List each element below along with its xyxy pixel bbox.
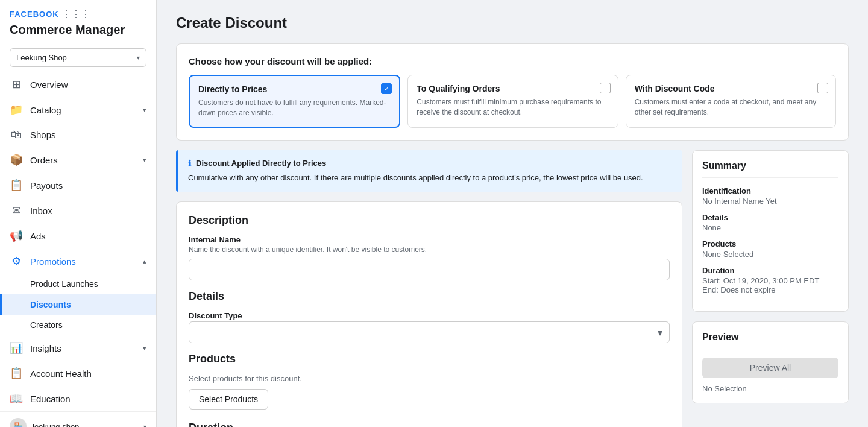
description-form-card: Description Internal Name Name the disco… xyxy=(176,201,682,427)
sidebar-item-inbox[interactable]: ✉ Inbox xyxy=(0,198,156,223)
chevron-down-icon: ▾ xyxy=(143,344,146,352)
overview-icon: ⊞ xyxy=(10,78,23,91)
content-with-summary: ℹ Discount Applied Directly to Prices Cu… xyxy=(176,150,849,427)
chevron-down-icon: ▾ xyxy=(143,423,146,428)
shop-selector[interactable]: Leekung Shop ▾ xyxy=(10,48,146,67)
sidebar-item-catalog[interactable]: 📁 Catalog ▾ xyxy=(0,97,156,122)
summary-products-label: Products xyxy=(702,239,838,248)
chevron-down-icon: ▾ xyxy=(143,156,146,164)
sidebar-item-label: Insights xyxy=(30,343,61,353)
discount-option-discount-code[interactable]: With Discount Code Customers must enter … xyxy=(626,75,836,128)
catalog-icon: 📁 xyxy=(10,103,23,116)
sidebar: FACEBOOK ⋮⋮⋮ Commerce Manager Leekung Sh… xyxy=(0,0,157,427)
sidebar-item-label: Catalog xyxy=(30,105,61,115)
sidebar-item-ads[interactable]: 📢 Ads xyxy=(0,223,156,248)
sidebar-item-label: Shops xyxy=(30,130,56,140)
sidebar-item-orders[interactable]: 📦 Orders ▾ xyxy=(0,147,156,172)
sub-item-label: Creators xyxy=(30,320,63,330)
sidebar-item-label: Orders xyxy=(30,155,58,165)
products-sublabel: Select products for this discount. xyxy=(189,374,670,383)
sub-item-label: Discounts xyxy=(30,300,71,309)
sidebar-item-label: Account Health xyxy=(30,368,92,379)
discount-type-card: Choose how your discount will be applied… xyxy=(176,43,849,141)
grid-icon: ⋮⋮⋮ xyxy=(61,8,90,20)
ads-icon: 📢 xyxy=(10,229,23,242)
summary-details: Details None xyxy=(702,213,838,232)
info-box-title: ℹ Discount Applied Directly to Prices xyxy=(188,159,673,168)
education-icon: 📖 xyxy=(10,392,23,405)
internal-name-label: Internal Name xyxy=(189,235,670,244)
option-title: Directly to Prices xyxy=(198,84,391,94)
summary-card: Summary Identification No Internal Name … xyxy=(692,150,849,312)
discount-type-select-wrapper xyxy=(189,321,670,343)
orders-icon: 📦 xyxy=(10,153,23,166)
sidebar-item-label: Overview xyxy=(30,80,68,90)
discount-type-field-label: Discount Type xyxy=(189,311,670,320)
sidebar-item-shops[interactable]: 🛍 Shops xyxy=(0,122,156,147)
page-title: Create Discount xyxy=(176,14,849,31)
check-icon: ✓ xyxy=(381,83,392,94)
sidebar-item-insights[interactable]: 📊 Insights ▾ xyxy=(0,335,156,361)
insights-icon: 📊 xyxy=(10,341,23,355)
option-title: To Qualifying Orders xyxy=(417,84,609,93)
app-title: Commerce Manager xyxy=(10,22,146,37)
fb-logo-text: FACEBOOK xyxy=(10,10,59,19)
preview-no-selection: No Selection xyxy=(702,384,838,393)
discount-options: ✓ Directly to Prices Customers do not ha… xyxy=(189,75,836,128)
sidebar-item-promotions[interactable]: ⚙ Promotions ▴ xyxy=(0,248,156,274)
payouts-icon: 📋 xyxy=(10,179,23,192)
sidebar-item-payouts[interactable]: 📋 Payouts xyxy=(0,172,156,198)
info-box-text: Cumulative with any other discount. If t… xyxy=(188,172,673,184)
summary-duration: Duration Start: Oct 19, 2020, 3:00 PM ED… xyxy=(702,266,838,294)
summary-identification-value: No Internal Name Yet xyxy=(702,197,838,206)
sidebar-item-label: Education xyxy=(30,394,71,404)
discount-option-directly-to-prices[interactable]: ✓ Directly to Prices Customers do not ha… xyxy=(189,75,400,128)
sidebar-item-creators[interactable]: Creators xyxy=(0,315,156,335)
sidebar-item-product-launches[interactable]: Product Launches xyxy=(0,274,156,294)
discount-type-section-label: Choose how your discount will be applied… xyxy=(189,56,836,66)
checkbox-icon xyxy=(817,83,828,93)
summary-title: Summary xyxy=(702,160,838,178)
discount-option-qualifying-orders[interactable]: To Qualifying Orders Customers must fulf… xyxy=(407,75,618,128)
summary-details-label: Details xyxy=(702,213,838,222)
summary-products-value: None Selected xyxy=(702,250,838,259)
fb-logo: FACEBOOK ⋮⋮⋮ xyxy=(10,8,146,20)
sidebar-item-account-health[interactable]: 📋 Account Health xyxy=(0,361,156,386)
preview-all-button[interactable]: Preview All xyxy=(702,358,838,378)
sidebar-item-label: Payouts xyxy=(30,180,63,191)
duration-section-title: Duration xyxy=(189,422,670,427)
content-main: ℹ Discount Applied Directly to Prices Cu… xyxy=(176,150,682,427)
sidebar-item-education[interactable]: 📖 Education xyxy=(0,386,156,411)
sidebar-item-label: Ads xyxy=(30,231,46,241)
content-summary: Summary Identification No Internal Name … xyxy=(692,150,849,427)
discount-type-field-group: Discount Type xyxy=(189,311,670,343)
sidebar-item-label: Inbox xyxy=(30,206,52,216)
internal-name-field-group: Internal Name Name the discount with a u… xyxy=(189,235,670,280)
option-desc: Customers must enter a code at checkout,… xyxy=(635,97,827,118)
preview-card: Preview Preview All No Selection xyxy=(692,321,849,403)
chevron-down-icon: ▾ xyxy=(137,54,140,61)
discount-type-select[interactable] xyxy=(189,321,670,343)
option-title: With Discount Code xyxy=(635,84,827,93)
summary-identification-label: Identification xyxy=(702,186,838,195)
details-section-title: Details xyxy=(189,290,670,303)
internal-name-input[interactable] xyxy=(189,259,670,280)
shop-selector-label: Leekung Shop xyxy=(16,53,67,62)
account-health-icon: 📋 xyxy=(10,367,23,380)
sidebar-footer[interactable]: 🏪 leekung.shop ▾ xyxy=(0,411,156,427)
select-products-button[interactable]: Select Products xyxy=(189,389,268,410)
sidebar-item-overview[interactable]: ⊞ Overview xyxy=(0,72,156,97)
chevron-up-icon: ▴ xyxy=(143,258,146,265)
main-content: Create Discount Choose how your discount… xyxy=(157,0,868,427)
sub-item-label: Product Launches xyxy=(30,279,98,289)
avatar: 🏪 xyxy=(10,418,27,427)
info-box: ℹ Discount Applied Directly to Prices Cu… xyxy=(176,150,682,192)
summary-details-value: None xyxy=(702,223,838,232)
summary-duration-start: Start: Oct 19, 2020, 3:00 PM EDT xyxy=(702,276,838,285)
promotions-icon: ⚙ xyxy=(10,255,23,268)
preview-title: Preview xyxy=(702,332,838,349)
footer-site-label: leekung.shop xyxy=(33,422,79,428)
sidebar-item-discounts[interactable]: Discounts xyxy=(0,294,156,315)
description-section-title: Description xyxy=(189,214,670,227)
summary-identification: Identification No Internal Name Yet xyxy=(702,186,838,206)
